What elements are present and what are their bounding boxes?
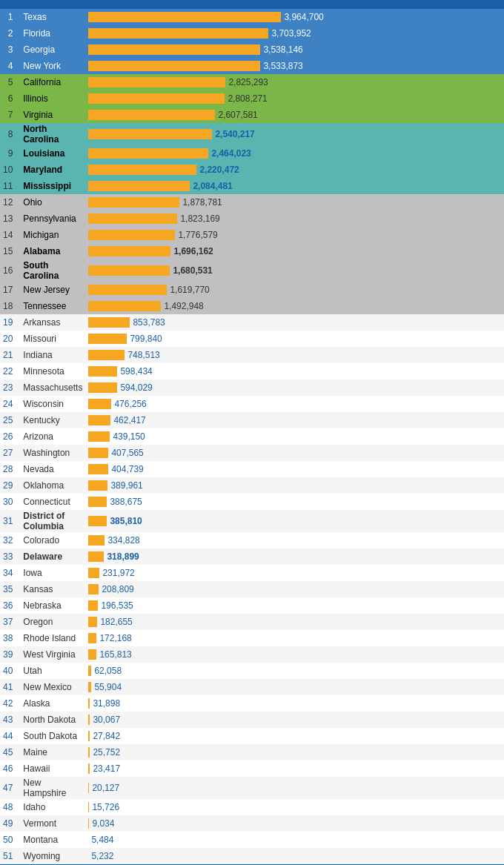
- table-row: 15 Alabama 1,696,162 26%: [0, 243, 504, 259]
- rank-cell: 39: [0, 646, 19, 663]
- state-name-cell: Ohio: [19, 194, 85, 211]
- population-value: 1,619,770: [170, 285, 209, 295]
- population-value: 594,029: [120, 382, 152, 393]
- rank-cell: 13: [0, 211, 19, 227]
- rank-cell: 44: [0, 728, 19, 744]
- bar-cell: 196,535: [85, 597, 504, 614]
- bar-cell: 388,675: [85, 494, 504, 510]
- bar: [88, 551, 104, 562]
- bar-cell: 1,776,579: [85, 227, 504, 243]
- table-row: 4 New York 3,533,873 17%: [0, 58, 504, 74]
- table-row: 16 South Carolina 1,680,531 27%: [0, 259, 504, 282]
- rank-cell: 49: [0, 815, 19, 832]
- table-row: 5 California 2,825,293 6%: [0, 74, 504, 90]
- population-value: 1,696,162: [173, 246, 213, 256]
- table-row: 40 Utah 62,058 1%: [0, 663, 504, 679]
- population-value: 407,565: [111, 448, 143, 458]
- state-name-cell: Mississippi: [19, 178, 85, 194]
- bar: [88, 731, 90, 741]
- bar-cell: 208,809: [85, 581, 504, 597]
- state-name-cell: Rhode Island: [19, 630, 85, 646]
- state-name-cell: Oklahoma: [19, 477, 85, 494]
- population-value: 165,813: [99, 649, 131, 660]
- table-row: 6 Illinois 2,808,271 16%: [0, 90, 504, 107]
- rank-cell: 34: [0, 565, 19, 581]
- bar: [88, 350, 125, 360]
- state-name-cell: Arizona: [19, 428, 85, 445]
- bar: [88, 600, 98, 611]
- bar: [88, 633, 96, 643]
- header-state: [19, 0, 85, 9]
- bar: [88, 497, 107, 507]
- bar: [88, 12, 281, 22]
- bar: [88, 464, 108, 474]
- bar: [88, 802, 89, 812]
- rank-cell: 18: [0, 298, 19, 314]
- state-name-cell: Maine: [19, 744, 85, 760]
- bar: [88, 28, 268, 39]
- state-name-cell: Pennsylvania: [19, 211, 85, 227]
- bar-cell: 389,961: [85, 477, 504, 494]
- table-row: 49 Vermont 9,034 1%: [0, 815, 504, 832]
- state-name-cell: Colorado: [19, 532, 85, 549]
- state-name-cell: Maryland: [19, 162, 85, 178]
- population-value: 15,726: [92, 802, 119, 812]
- bar-cell: 2,607,581: [85, 107, 504, 123]
- rank-cell: 7: [0, 107, 19, 123]
- bar-cell: 334,828: [85, 532, 504, 549]
- bar: [88, 535, 105, 546]
- bar-cell: 9,034: [85, 815, 504, 832]
- rank-cell: 19: [0, 314, 19, 331]
- table-row: 17 New Jersey 1,619,770 15%: [0, 282, 504, 298]
- rank-cell: 26: [0, 428, 19, 445]
- table-row: 32 Colorado 334,828 5%: [0, 532, 504, 549]
- rank-cell: 47: [0, 777, 19, 799]
- state-name-cell: Connecticut: [19, 494, 85, 510]
- table-row: 24 Wisconsin 476,256 6%: [0, 396, 504, 412]
- table-row: 47 New Hampshire 20,127 2%: [0, 777, 504, 799]
- population-value: 1,878,781: [182, 197, 222, 208]
- rank-cell: 9: [0, 145, 19, 162]
- state-name-cell: Arkansas: [19, 314, 85, 331]
- state-name-cell: Tennessee: [19, 298, 85, 314]
- state-name-cell: Texas: [19, 9, 85, 25]
- table-row: 26 Arizona 439,150 6%: [0, 428, 504, 445]
- population-value: 439,150: [113, 431, 145, 442]
- table-row: 12 Ohio 1,878,781 13%: [0, 194, 504, 211]
- population-value: 208,809: [102, 584, 133, 594]
- bar-cell: 15,726: [85, 799, 504, 815]
- table-row: 43 North Dakota 30,067 4%: [0, 712, 504, 728]
- population-value: 182,655: [100, 617, 132, 627]
- population-value: 30,067: [93, 715, 120, 725]
- bar: [88, 285, 167, 295]
- state-name-cell: District of Columbia: [19, 510, 85, 532]
- table-row: 23 Massachusetts 594,029 7%: [0, 380, 504, 396]
- bar-cell: 172,168: [85, 630, 504, 646]
- bar-cell: 2,808,271: [85, 90, 504, 107]
- bar: [88, 698, 90, 709]
- population-value: 2,607,581: [218, 110, 257, 120]
- bar-cell: 231,972: [85, 565, 504, 581]
- table-row: 48 Idaho 15,726 1%: [0, 799, 504, 815]
- bar: [88, 181, 190, 191]
- bar-cell: 182,655: [85, 614, 504, 630]
- bar: [88, 431, 110, 442]
- table-row: 22 Minnesota 598,434 7%: [0, 363, 504, 380]
- bar-cell: 2,220,472: [85, 162, 504, 178]
- state-name-cell: Nevada: [19, 461, 85, 477]
- population-value: 598,434: [120, 366, 152, 377]
- rank-cell: 10: [0, 162, 19, 178]
- population-value: 3,533,873: [263, 61, 302, 71]
- table-row: 2 Florida 3,703,952 17%: [0, 25, 504, 42]
- table-row: 29 Oklahoma 389,961 7%: [0, 477, 504, 494]
- table-row: 10 Maryland 2,220,472 32%: [0, 162, 504, 178]
- rank-cell: 21: [0, 347, 19, 363]
- bar-cell: 594,029: [85, 380, 504, 396]
- bar-cell: 2,084,481: [85, 178, 504, 194]
- population-value: 3,538,146: [263, 44, 302, 55]
- rank-cell: 42: [0, 695, 19, 712]
- state-name-cell: Kansas: [19, 581, 85, 597]
- bar-cell: 318,899: [85, 549, 504, 565]
- population-value: 2,825,293: [228, 77, 268, 87]
- rank-cell: 20: [0, 331, 19, 347]
